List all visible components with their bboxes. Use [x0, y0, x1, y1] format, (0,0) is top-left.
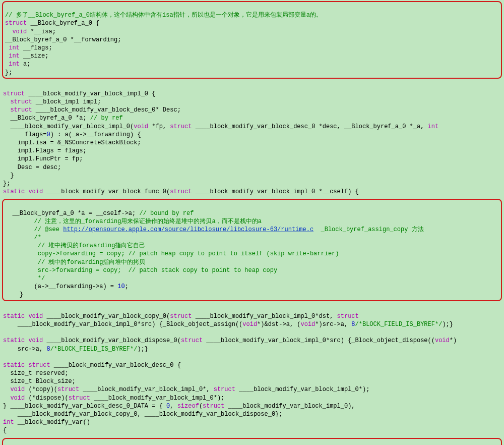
keyword-sizeof: sizeof: [177, 403, 199, 410]
code-text: ;: [125, 283, 129, 290]
keyword-struct: struct: [214, 386, 235, 393]
keyword-static-void: static void: [3, 337, 43, 344]
keyword-static-struct: static struct: [3, 362, 50, 369]
comment: copy->forwarding = copy; // patch heap c…: [5, 250, 339, 257]
code-text: ____block_modify_var_block_impl_0*);: [90, 395, 224, 402]
keyword-struct: struct: [3, 98, 32, 105]
keyword-void: void: [242, 321, 257, 328]
code-text: ____block_modify_var_block_impl_0*dst,: [192, 313, 337, 320]
code-text: };: [3, 180, 10, 187]
keyword-int: int: [5, 44, 20, 51]
code-text: );}: [442, 321, 453, 328]
comment: // 注意，这里的_forwarding用来保证操作的始终是堆中的拷贝a，而不是…: [5, 218, 262, 225]
keyword-struct: struct: [69, 395, 90, 402]
comment: // by ref: [90, 115, 123, 122]
keyword-static-void: static void: [3, 188, 43, 195]
comment: _Block_byref_assign_copy 方法: [313, 226, 423, 233]
comment: */: [5, 275, 45, 282]
keyword-static-void: static void: [3, 313, 43, 320]
code-text: ____block_modify_var_block_impl_0*);: [235, 386, 369, 393]
comment: /*BLOCK_FIELD_IS_BYREF*/: [355, 321, 443, 328]
code-text: __Block_byref_a_0 *a;: [3, 115, 90, 122]
keyword-int: int: [5, 52, 20, 60]
code-text: ____block_modify_var_block_impl_0),: [224, 403, 355, 410]
code-text: *): [450, 337, 457, 344]
code-text: ____block_modify_var_block_impl_0*src) {…: [203, 337, 435, 344]
source-link[interactable]: http://opensource.apple.com/source/libcl…: [63, 226, 313, 233]
comment: // bound by ref: [139, 210, 194, 217]
code-text: };: [5, 69, 12, 76]
keyword-void: void: [5, 28, 27, 35]
code-text: ____block_modify_var_block_impl_0*,: [79, 386, 213, 393]
code-text: flags=: [3, 131, 46, 138]
keyword-struct: struct: [3, 90, 25, 97]
code-text: (a->__forwarding->a) =: [5, 283, 117, 290]
code-text: ____block_modify_var_block_impl_0 *__cse…: [192, 188, 358, 195]
code-text: Desc = desc;: [3, 164, 61, 171]
keyword-int: int: [428, 123, 439, 130]
code-text: );}: [137, 346, 148, 353]
code-text: __Block_byref_a_0 *__forwarding;: [5, 36, 121, 43]
code-text: __flags;: [20, 44, 52, 51]
code-text: ____block_modify_var_block_dispose_0(: [43, 337, 181, 344]
code-text: __Block_byref_a_0 *a = __cself->a;: [5, 210, 139, 217]
code-block-helpers: static void ____block_modify_var_block_c…: [0, 302, 504, 437]
keyword-struct: struct: [57, 386, 79, 393]
code-text: ____block_modify_var_block_desc_0 {: [50, 362, 181, 369]
code-text: }: [5, 291, 23, 298]
code-text: ____block_modify_var_block_desc_0 *desc,…: [192, 123, 428, 130]
keyword-int: int: [5, 61, 20, 68]
comment: // @see: [5, 226, 63, 233]
code-text: impl.Flags = flags;: [3, 147, 87, 154]
comment: /*: [5, 234, 41, 241]
keyword-void: void: [134, 123, 148, 130]
code-text: impl.FuncPtr = fp;: [3, 155, 83, 162]
comment: /*BLOCK_FIELD_IS_BYREF*/: [50, 346, 138, 353]
code-text: ____block_modify_var_block_copy_0, ____b…: [3, 411, 283, 418]
code-text: __block_modify_var(): [14, 419, 90, 426]
code-text: *)&dst->a, (: [257, 321, 300, 328]
code-text: ) : a(_a->__forwarding) {: [50, 131, 141, 138]
keyword-struct: struct: [170, 313, 192, 320]
highlight-box-struct-byref: // 多了__Block_byref_a_0结构体，这个结构体中含有isa指针，…: [2, 1, 502, 79]
number-literal: 8: [46, 346, 50, 353]
comment: src->forwarding = copy; // patch stack c…: [5, 267, 277, 274]
keyword-void: void: [435, 337, 450, 344]
code-text: } ____block_modify_var_block_desc_0_DATA…: [3, 403, 166, 410]
code-text: *__isa;: [27, 28, 56, 35]
keyword-struct: struct: [170, 123, 192, 130]
keyword-struct: struct: [3, 106, 32, 114]
code-text: __size;: [20, 52, 49, 60]
code-text: *fp,: [148, 123, 170, 130]
comment: // 多了__Block_byref_a_0结构体，这个结构体中含有isa指针，…: [5, 12, 322, 19]
keyword-struct: struct: [170, 188, 192, 195]
code-text: impl.isa = &_NSConcreteStackBlock;: [3, 139, 141, 146]
code-text: }: [3, 172, 14, 179]
keyword-struct: struct: [5, 20, 27, 27]
code-text: ____block_modify_var_block_impl_0*src) {…: [3, 321, 242, 328]
code-text: ____block_modify_var_block_impl_0(: [3, 123, 134, 130]
comment: // 栈中的forwarding指向堆中的拷贝: [5, 259, 145, 266]
highlight-box-attribute: // __block将a包装成了一个对象 __attribute__((__bl…: [2, 438, 502, 445]
code-text: size_t Block_size;: [3, 378, 76, 385]
code-text: (: [199, 403, 203, 410]
code-text: ____block_modify_var_block_copy_0(: [43, 313, 170, 320]
number-literal: 10: [117, 283, 124, 290]
code-text: a;: [20, 61, 31, 68]
highlight-box-func-body: __Block_byref_a_0 *a = __cself->a; // bo…: [2, 199, 502, 301]
code-text: {: [3, 427, 7, 434]
keyword-struct: struct: [181, 337, 203, 344]
number-literal: 0: [46, 131, 50, 138]
code-text: __block_impl impl;: [32, 98, 101, 105]
code-text: *)src->a,: [315, 321, 351, 328]
keyword-struct: struct: [203, 403, 224, 410]
code-text: (*copy)(: [25, 386, 57, 393]
keyword-void: void: [301, 321, 316, 328]
code-text: ____block_modify_var_block_func_0(: [43, 188, 170, 195]
code-text: (*dispose)(: [25, 395, 68, 402]
code-text: __Block_byref_a_0 {: [27, 20, 99, 27]
keyword-void: void: [3, 395, 25, 402]
number-literal: 8: [351, 321, 355, 328]
code-text: size_t reserved;: [3, 370, 69, 377]
code-text: ____block_modify_var_block_desc_0* Desc;: [32, 106, 181, 114]
